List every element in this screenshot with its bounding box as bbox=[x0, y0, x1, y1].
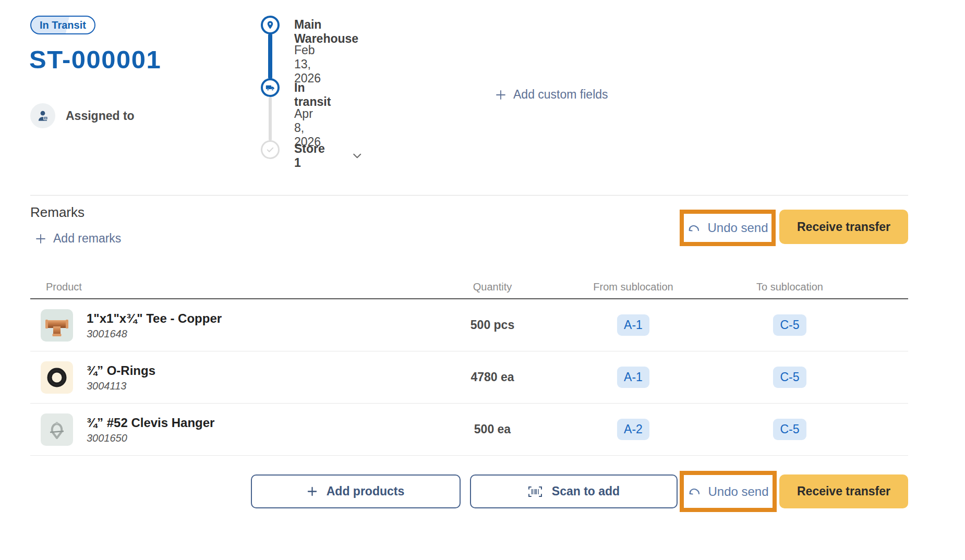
scan-to-add-button[interactable]: Scan to add bbox=[470, 474, 678, 508]
truck-icon bbox=[266, 83, 275, 93]
undo-send-button[interactable]: Undo send bbox=[684, 214, 771, 242]
timeline-connector-active bbox=[268, 33, 272, 79]
add-remarks-label: Add remarks bbox=[53, 232, 121, 246]
from-sublocation-chip: A-2 bbox=[617, 419, 649, 440]
destination-selector[interactable]: Store 1 bbox=[294, 142, 363, 170]
products-table: Product Quantity From sublocation To sub… bbox=[30, 275, 908, 456]
table-row[interactable]: ¾” #52 Clevis Hanger 3001650 500 ea A-2 … bbox=[30, 404, 908, 456]
product-name: ¾” #52 Clevis Hanger bbox=[87, 415, 214, 431]
column-header-quantity: Quantity bbox=[430, 281, 555, 293]
to-sublocation-chip: C-5 bbox=[773, 367, 806, 388]
remarks-title: Remarks bbox=[30, 204, 85, 221]
timeline-node-transit bbox=[261, 78, 280, 97]
receive-transfer-button[interactable]: Receive transfer bbox=[779, 474, 908, 508]
product-name: ¾” O-Rings bbox=[87, 363, 155, 379]
column-header-to-sublocation: To sublocation bbox=[711, 281, 868, 293]
receive-transfer-label: Receive transfer bbox=[797, 484, 890, 498]
barcode-icon bbox=[528, 486, 542, 497]
timeline-step-title: Main Warehouse bbox=[294, 18, 358, 46]
to-sublocation-chip: C-5 bbox=[773, 314, 806, 336]
undo-send-highlight: Undo send bbox=[680, 210, 776, 246]
product-name: 1"x1"x¾" Tee - Copper bbox=[87, 311, 222, 326]
undo-send-highlight: Undo send bbox=[680, 471, 777, 512]
plus-icon bbox=[496, 90, 506, 100]
quantity-value: 500 pcs bbox=[430, 318, 555, 332]
status-badge: In Transit bbox=[30, 16, 95, 34]
table-row[interactable]: ¾” O-Rings 3004113 4780 ea A-1 C-5 bbox=[30, 351, 908, 404]
timeline-step-date: Feb 13, 2026 bbox=[294, 43, 321, 86]
timeline-step-title: Store 1 bbox=[294, 142, 327, 170]
plus-icon bbox=[307, 486, 317, 496]
to-sublocation-chip: C-5 bbox=[773, 419, 806, 440]
table-header-row: Product Quantity From sublocation To sub… bbox=[30, 275, 908, 299]
person-icon bbox=[36, 109, 50, 123]
check-icon bbox=[266, 145, 275, 154]
stock-transfer-page: In Transit ST-000001 Assigned to bbox=[0, 0, 965, 560]
product-thumbnail bbox=[41, 361, 73, 394]
receive-transfer-label: Receive transfer bbox=[797, 220, 890, 234]
undo-send-button[interactable]: Undo send bbox=[684, 475, 773, 508]
product-sku: 3001650 bbox=[87, 432, 214, 444]
page-title: ST-000001 bbox=[29, 45, 161, 74]
product-sku: 3001648 bbox=[87, 328, 222, 340]
timeline-node-origin bbox=[261, 16, 280, 34]
avatar bbox=[30, 103, 55, 128]
timeline-step-title: In transit bbox=[294, 81, 331, 109]
undo-icon bbox=[687, 486, 702, 496]
status-badge-label: In Transit bbox=[40, 19, 86, 31]
clevis-hanger-image bbox=[43, 416, 70, 443]
product-thumbnail bbox=[41, 309, 73, 342]
receive-transfer-button[interactable]: Receive transfer bbox=[779, 210, 908, 244]
add-remarks-link[interactable]: Add remarks bbox=[35, 232, 121, 246]
chevron-down-icon[interactable] bbox=[352, 152, 362, 160]
column-header-product: Product bbox=[30, 281, 430, 293]
undo-icon bbox=[687, 223, 701, 233]
undo-send-label: Undo send bbox=[708, 484, 768, 499]
undo-send-label: Undo send bbox=[707, 221, 768, 235]
assigned-to-label: Assigned to bbox=[66, 109, 135, 123]
table-row[interactable]: 1"x1"x¾" Tee - Copper 3001648 500 pcs A-… bbox=[30, 299, 908, 351]
add-products-button[interactable]: Add products bbox=[251, 474, 461, 508]
section-divider bbox=[30, 195, 908, 196]
timeline-connector-pending bbox=[269, 97, 272, 141]
product-sku: 3004113 bbox=[87, 380, 155, 392]
scan-to-add-label: Scan to add bbox=[552, 484, 620, 498]
from-sublocation-chip: A-1 bbox=[617, 367, 649, 388]
quantity-value: 4780 ea bbox=[430, 370, 555, 384]
plus-icon bbox=[35, 234, 46, 244]
quantity-value: 500 ea bbox=[430, 422, 555, 436]
location-pin-icon bbox=[266, 20, 275, 30]
column-header-from-sublocation: From sublocation bbox=[555, 281, 711, 293]
o-ring-image bbox=[43, 364, 70, 391]
product-thumbnail bbox=[41, 413, 73, 446]
add-products-label: Add products bbox=[327, 484, 405, 498]
from-sublocation-chip: A-1 bbox=[617, 314, 649, 336]
add-custom-fields-link[interactable]: Add custom fields bbox=[496, 88, 608, 102]
timeline-node-destination bbox=[261, 140, 280, 159]
copper-tee-image bbox=[43, 312, 70, 339]
assigned-to-row[interactable]: Assigned to bbox=[30, 103, 135, 128]
add-custom-fields-label: Add custom fields bbox=[513, 88, 608, 102]
